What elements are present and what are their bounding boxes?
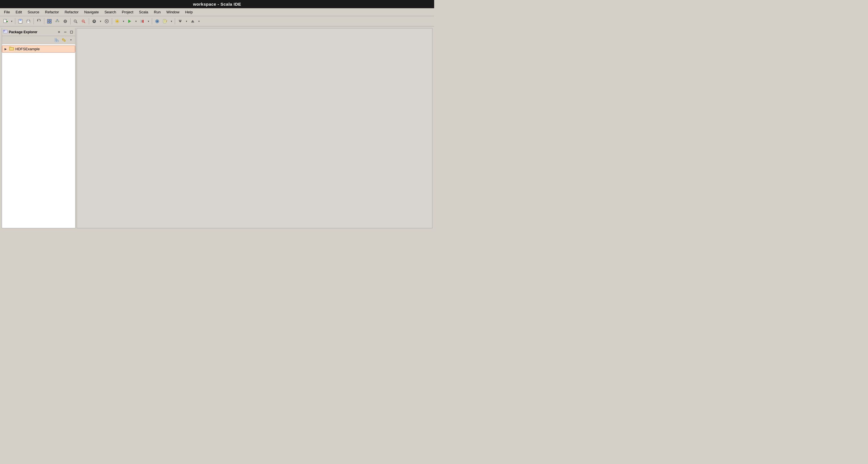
next-annotation-button[interactable]	[189, 18, 196, 25]
svg-rect-9	[27, 20, 30, 21]
svg-rect-14	[50, 19, 51, 21]
svg-marker-57	[179, 21, 182, 23]
svg-line-29	[84, 22, 85, 23]
svg-marker-59	[191, 20, 194, 22]
svg-rect-69	[57, 40, 58, 42]
menu-navigate[interactable]: Navigate	[82, 9, 101, 15]
prev-annotation-dropdown[interactable]: ▾	[184, 18, 188, 25]
svg-point-26	[74, 20, 76, 22]
panel-minimize-button[interactable]	[63, 30, 68, 35]
svg-rect-16	[50, 22, 51, 23]
svg-rect-62	[3, 30, 5, 31]
menu-edit[interactable]: Edit	[13, 9, 25, 15]
panel-close-button[interactable]: ✕	[57, 30, 62, 35]
run-as-button[interactable]	[114, 18, 121, 25]
svg-rect-49	[143, 20, 144, 23]
sep8	[175, 18, 175, 24]
svg-rect-21	[58, 21, 59, 22]
run-green-button[interactable]	[126, 18, 133, 25]
svg-rect-15	[48, 22, 49, 23]
svg-rect-10	[27, 22, 30, 23]
package-explorer-panel: Package Explorer ✕	[2, 28, 75, 228]
svg-line-19	[57, 20, 58, 21]
svg-line-27	[76, 22, 77, 23]
svg-point-38	[116, 21, 118, 22]
svg-rect-7	[19, 21, 22, 23]
next-annotation-dropdown[interactable]: ▾	[197, 18, 201, 25]
sep6	[112, 18, 112, 24]
hdfs-folder-icon	[9, 47, 14, 51]
svg-line-46	[116, 22, 116, 23]
sep2	[33, 18, 34, 24]
svg-rect-17	[57, 19, 58, 20]
menu-search[interactable]: Search	[101, 9, 119, 15]
menu-help[interactable]: Help	[182, 9, 195, 15]
tree-arrow-hdfs: ▶	[4, 48, 8, 51]
title-text: workspace - Scala IDE	[193, 2, 241, 6]
browse-button[interactable]	[62, 18, 69, 25]
menu-refactor2[interactable]: Refactor	[62, 9, 82, 15]
panel-header: Package Explorer ✕	[2, 28, 75, 36]
svg-rect-68	[55, 40, 57, 42]
svg-line-45	[118, 20, 119, 21]
menu-scala[interactable]: Scala	[136, 9, 151, 15]
run-as-dropdown[interactable]: ▾	[121, 18, 125, 25]
debug-dropdown[interactable]: ▾	[98, 18, 102, 25]
hdfs-example-label: HDFSExample	[15, 47, 40, 51]
stop-dropdown[interactable]: ▾	[147, 18, 150, 25]
debug-button[interactable]	[91, 18, 98, 25]
svg-rect-20	[56, 21, 57, 22]
menu-bar: File Edit Source Refactor Refactor Navig…	[0, 8, 434, 16]
svg-rect-65	[64, 32, 66, 32]
quick-fix-dropdown[interactable]: ▾	[169, 18, 174, 25]
new-file-dropdown[interactable]: ▾	[10, 18, 13, 25]
prev-annotation-button[interactable]	[177, 18, 184, 25]
svg-point-35	[106, 21, 107, 22]
link-editor-button[interactable]	[61, 37, 67, 43]
menu-project[interactable]: Project	[119, 9, 136, 15]
open-type-button[interactable]	[46, 18, 53, 25]
toolbar: ▾	[0, 16, 434, 26]
stop-button[interactable]	[138, 18, 146, 25]
title-bar: workspace - Scala IDE	[0, 0, 434, 8]
main-area: Package Explorer ✕	[0, 26, 434, 230]
undo-button[interactable]	[35, 18, 42, 25]
sep4	[70, 18, 71, 24]
panel-toolbar	[2, 36, 75, 44]
svg-point-51	[156, 21, 158, 22]
panel-maximize-button[interactable]	[69, 30, 74, 35]
svg-rect-6	[19, 19, 22, 21]
new-file-button[interactable]	[2, 18, 9, 25]
package-explorer-title: Package Explorer	[9, 30, 55, 34]
hierarchy-button[interactable]	[54, 18, 61, 25]
run-green-dropdown[interactable]: ▾	[134, 18, 138, 25]
tree-item-hdfs[interactable]: ▶ HDFSExample	[2, 46, 75, 53]
save-button[interactable]	[17, 18, 24, 25]
menu-window[interactable]: Window	[163, 9, 182, 15]
external-tools-button[interactable]	[154, 18, 161, 25]
editor-area	[76, 28, 432, 228]
search-scala-button[interactable]: S	[80, 18, 87, 25]
svg-rect-33	[94, 21, 95, 22]
view-menu-button[interactable]	[68, 37, 74, 43]
svg-rect-66	[70, 31, 73, 33]
svg-rect-13	[48, 19, 49, 21]
svg-text:S: S	[82, 21, 84, 22]
quick-fix-button[interactable]	[161, 18, 169, 25]
svg-point-11	[29, 21, 30, 21]
svg-rect-67	[55, 38, 57, 40]
svg-rect-76	[10, 48, 13, 50]
package-explorer-content: ▶ HDFSExample	[2, 44, 75, 228]
svg-line-44	[118, 22, 119, 23]
svg-marker-47	[128, 20, 131, 23]
menu-file[interactable]: File	[1, 9, 13, 15]
svg-line-43	[116, 20, 116, 21]
svg-line-18	[56, 20, 57, 21]
collapse-all-button[interactable]	[54, 37, 60, 43]
menu-refactor1[interactable]: Refactor	[42, 9, 62, 15]
menu-run[interactable]: Run	[151, 9, 163, 15]
menu-source[interactable]: Source	[25, 9, 42, 15]
cursor-button[interactable]	[103, 18, 111, 25]
print-button[interactable]	[25, 18, 32, 25]
search-java-button[interactable]	[72, 18, 80, 25]
